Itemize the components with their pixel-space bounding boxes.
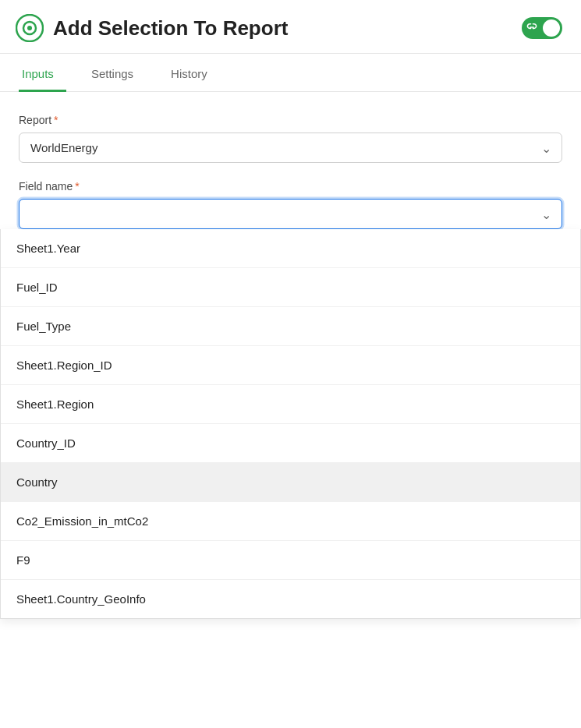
field-name-label: Field name * bbox=[19, 180, 562, 193]
content-area: Report * WorldEnergy ⌄ Field name * ⌄ Sh… bbox=[0, 92, 581, 265]
list-item[interactable]: Sheet1.Region_ID bbox=[1, 346, 580, 385]
app-logo-icon bbox=[16, 14, 44, 42]
report-select[interactable]: WorldEnergy bbox=[19, 133, 562, 163]
list-item[interactable]: Sheet1.Country_GeoInfo bbox=[1, 580, 580, 618]
list-item-highlighted[interactable]: Country bbox=[1, 463, 580, 502]
field-name-dropdown-list: Sheet1.Year Fuel_ID Fuel_Type Sheet1.Reg… bbox=[0, 229, 581, 619]
field-name-group: Field name * ⌄ Sheet1.Year Fuel_ID Fuel_… bbox=[19, 180, 562, 229]
list-item[interactable]: Fuel_ID bbox=[1, 268, 580, 307]
toggle-switch[interactable] bbox=[522, 17, 562, 39]
header-left: Add Selection To Report bbox=[16, 14, 288, 42]
field-name-dropdown-container: ⌄ Sheet1.Year Fuel_ID Fuel_Type Sheet1.R… bbox=[19, 199, 562, 229]
tab-history[interactable]: History bbox=[168, 55, 220, 92]
tab-settings[interactable]: Settings bbox=[88, 55, 146, 92]
svg-point-2 bbox=[27, 26, 32, 30]
field-name-select-wrapper: ⌄ bbox=[19, 199, 562, 229]
list-item[interactable]: Fuel_Type bbox=[1, 307, 580, 346]
page-title: Add Selection To Report bbox=[53, 16, 288, 41]
list-item[interactable]: F9 bbox=[1, 541, 580, 580]
tab-inputs[interactable]: Inputs bbox=[19, 55, 66, 92]
report-select-wrapper: WorldEnergy ⌄ bbox=[19, 133, 562, 163]
field-name-select[interactable] bbox=[19, 199, 562, 229]
list-item[interactable]: Country_ID bbox=[1, 424, 580, 463]
header: Add Selection To Report bbox=[0, 0, 581, 54]
report-field-group: Report * WorldEnergy ⌄ bbox=[19, 114, 562, 163]
list-item[interactable]: Co2_Emission_in_mtCo2 bbox=[1, 502, 580, 541]
list-item[interactable]: Sheet1.Region bbox=[1, 385, 580, 424]
list-item[interactable]: Sheet1.Year bbox=[1, 229, 580, 268]
report-label: Report * bbox=[19, 114, 562, 126]
tabs-bar: Inputs Settings History bbox=[0, 54, 581, 92]
link-icon bbox=[526, 22, 537, 35]
